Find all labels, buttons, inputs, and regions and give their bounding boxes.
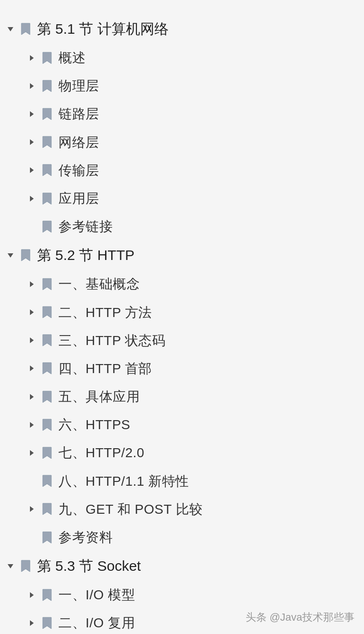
- expand-arrow-icon: [26, 307, 38, 318]
- bookmark-icon: [40, 502, 54, 516]
- item-item-https[interactable]: 六、HTTPS: [0, 411, 364, 439]
- expand-arrow-icon: [26, 136, 38, 148]
- expand-arrow-icon: [26, 279, 38, 290]
- bookmark-icon: [40, 334, 54, 347]
- svg-marker-8: [30, 281, 34, 287]
- item-item-http2[interactable]: 七、HTTP/2.0: [0, 439, 364, 467]
- item-item-cankao2[interactable]: 参考资料: [0, 523, 364, 551]
- bookmark-icon: [40, 107, 54, 121]
- item-item-httpfangfa[interactable]: 二、HTTP 方法: [0, 298, 364, 327]
- bookmark-icon: [40, 163, 54, 177]
- item-item-getpost[interactable]: 九、GET 和 POST 比较: [0, 495, 364, 523]
- section-label: 第 5.3 节 Socket: [37, 556, 141, 576]
- bookmark-icon: [40, 192, 54, 205]
- item-label: 三、HTTP 状态码: [58, 331, 165, 350]
- item-item-http11[interactable]: 八、HTTP/1.1 新特性: [0, 467, 364, 495]
- item-label: 应用层: [58, 189, 99, 208]
- svg-marker-16: [8, 564, 13, 568]
- item-label: 二、I/O 复用: [58, 614, 135, 632]
- expand-arrow-icon: [26, 391, 38, 403]
- svg-marker-1: [30, 55, 34, 61]
- tree-container: 第 5.1 节 计算机网络 概述 物理层 链路层 网络层 传输层 应用层 参考链…: [0, 10, 364, 634]
- item-label: 网络层: [58, 133, 99, 152]
- item-label: 七、HTTP/2.0: [58, 443, 144, 462]
- svg-marker-0: [8, 27, 13, 31]
- bookmark-icon: [40, 474, 54, 488]
- watermark: 头条 @Java技术那些事: [246, 610, 354, 624]
- bookmark-icon: [40, 418, 54, 432]
- item-label: 四、HTTP 首部: [58, 359, 152, 378]
- svg-marker-17: [30, 592, 34, 598]
- item-item-jutiyingyong[interactable]: 五、具体应用: [0, 383, 364, 411]
- item-item-httpzhuangtaima[interactable]: 三、HTTP 状态码: [0, 327, 364, 355]
- expand-arrow-icon: [26, 589, 38, 601]
- expand-arrow-icon: [5, 23, 16, 35]
- expand-arrow-icon: [26, 193, 38, 204]
- svg-marker-5: [30, 167, 34, 173]
- item-label: 一、基础概念: [58, 275, 140, 293]
- item-label: 六、HTTPS: [58, 415, 130, 434]
- bookmark-icon: [19, 22, 32, 36]
- svg-marker-2: [30, 83, 34, 89]
- item-item-gaishu[interactable]: 概述: [0, 44, 364, 72]
- svg-marker-11: [30, 365, 34, 371]
- section-section-5-1[interactable]: 第 5.1 节 计算机网络: [0, 14, 364, 44]
- item-item-jichugainian[interactable]: 一、基础概念: [0, 270, 364, 298]
- arrow-placeholder: [26, 532, 38, 543]
- svg-marker-12: [30, 394, 34, 400]
- expand-arrow-icon: [26, 503, 38, 515]
- item-label: 链路层: [58, 105, 99, 123]
- expand-arrow-icon: [26, 80, 38, 92]
- svg-marker-18: [30, 620, 34, 626]
- item-item-cankaolianjie[interactable]: 参考链接: [0, 212, 364, 240]
- section-section-5-2[interactable]: 第 5.2 节 HTTP: [0, 240, 364, 270]
- arrow-placeholder: [26, 475, 38, 487]
- svg-marker-10: [30, 337, 34, 343]
- item-item-chuanshuceng[interactable]: 传输层: [0, 156, 364, 184]
- expand-arrow-icon: [26, 335, 38, 346]
- item-label: 概述: [58, 48, 86, 67]
- bookmark-icon: [40, 616, 54, 630]
- expand-arrow-icon: [26, 52, 38, 64]
- bookmark-icon: [40, 588, 54, 602]
- item-label: 二、HTTP 方法: [58, 303, 152, 322]
- bookmark-icon: [40, 531, 54, 544]
- item-label: 五、具体应用: [58, 387, 140, 406]
- section-label: 第 5.2 节 HTTP: [37, 245, 134, 265]
- bookmark-icon: [40, 362, 54, 375]
- item-label: 参考资料: [58, 528, 113, 547]
- bookmark-icon: [40, 306, 54, 319]
- bookmark-icon: [19, 249, 32, 262]
- svg-marker-3: [30, 111, 34, 117]
- bookmark-icon: [40, 220, 54, 233]
- bookmark-icon: [40, 135, 54, 149]
- bookmark-icon: [40, 390, 54, 403]
- expand-arrow-icon: [26, 447, 38, 459]
- item-label: 九、GET 和 POST 比较: [58, 500, 203, 519]
- expand-arrow-icon: [26, 617, 38, 629]
- svg-marker-7: [8, 253, 13, 258]
- svg-marker-4: [30, 139, 34, 145]
- section-section-5-3[interactable]: 第 5.3 节 Socket: [0, 551, 364, 581]
- arrow-placeholder: [26, 221, 38, 232]
- svg-marker-9: [30, 309, 34, 315]
- item-label: 传输层: [58, 161, 99, 180]
- bookmark-icon: [40, 278, 54, 291]
- expand-arrow-icon: [26, 108, 38, 120]
- item-item-wangluoceng[interactable]: 网络层: [0, 128, 364, 156]
- item-item-iomoxing[interactable]: 一、I/O 模型: [0, 581, 364, 609]
- item-item-lianluceng[interactable]: 链路层: [0, 100, 364, 128]
- section-label: 第 5.1 节 计算机网络: [37, 19, 169, 39]
- item-label: 物理层: [58, 77, 99, 95]
- bookmark-icon: [19, 559, 32, 573]
- expand-arrow-icon: [5, 250, 16, 261]
- expand-arrow-icon: [26, 363, 38, 374]
- bookmark-icon: [40, 79, 54, 93]
- svg-marker-14: [30, 450, 34, 456]
- item-item-yingyongceng[interactable]: 应用层: [0, 184, 364, 212]
- expand-arrow-icon: [5, 560, 16, 572]
- item-label: 八、HTTP/1.1 新特性: [58, 472, 189, 490]
- item-item-wuliceng[interactable]: 物理层: [0, 72, 364, 100]
- svg-marker-15: [30, 506, 34, 512]
- item-item-httpshoubu[interactable]: 四、HTTP 首部: [0, 355, 364, 383]
